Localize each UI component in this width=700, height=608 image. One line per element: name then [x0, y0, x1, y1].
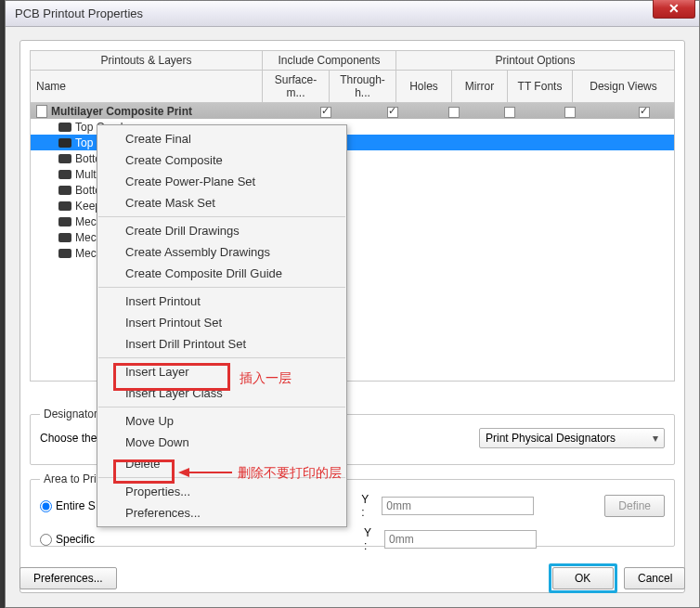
bottom-buttons: Preferences... OK Cancel [19, 563, 685, 593]
y-label: Y : [361, 493, 374, 519]
col-holes[interactable]: Holes [396, 71, 452, 103]
printout-title: Multilayer Composite Print [51, 105, 192, 118]
ok-highlight: OK [549, 563, 617, 593]
cm-insert-printout[interactable]: Insert Printout [97, 291, 346, 312]
cm-insert-drill-printout[interactable]: Insert Drill Printout Set [97, 333, 346, 355]
cm-create-composite-drill[interactable]: Create Composite Drill Guide [97, 263, 346, 284]
cm-properties[interactable]: Properties... [97, 481, 346, 502]
y2-input[interactable] [384, 530, 537, 549]
cm-create-power-plane[interactable]: Create Power-Plane Set [97, 171, 346, 192]
choose-label: Choose the [40, 432, 97, 445]
area-legend: Area to Pri [40, 472, 100, 485]
specific-radio[interactable] [40, 534, 52, 546]
layer-icon [58, 249, 71, 258]
cm-create-final[interactable]: Create Final [97, 128, 346, 149]
cancel-button[interactable]: Cancel [624, 567, 685, 589]
ok-button[interactable]: OK [552, 567, 614, 589]
cm-create-mask[interactable]: Create Mask Set [97, 192, 346, 213]
cb-through[interactable] [387, 107, 398, 118]
layer-icon [58, 170, 71, 179]
cm-separator [98, 287, 345, 288]
entire-radio[interactable] [40, 500, 52, 512]
cb-ttfonts[interactable] [564, 107, 576, 118]
layer-icon [58, 186, 71, 195]
cm-insert-layer[interactable]: Insert Layer [97, 361, 346, 382]
hdr-options: Printout Options [396, 51, 675, 71]
col-through[interactable]: Through-h... [330, 71, 396, 103]
close-icon: ✕ [668, 1, 680, 16]
cm-separator [98, 216, 345, 217]
close-button[interactable]: ✕ [653, 0, 695, 19]
hdr-include: Include Components [263, 51, 396, 71]
cb-mirror[interactable] [504, 107, 515, 118]
cm-separator [98, 357, 345, 358]
cm-delete[interactable]: Delete [97, 453, 346, 474]
cm-move-up[interactable]: Move Up [97, 410, 346, 432]
cm-separator [98, 407, 345, 407]
col-surface[interactable]: Surface-m... [263, 71, 330, 103]
cb-holes[interactable] [448, 107, 460, 118]
cm-separator [98, 477, 345, 478]
col-name[interactable]: Name [31, 71, 263, 103]
doc-icon [36, 105, 47, 118]
layer-icon [58, 201, 71, 211]
cm-move-down[interactable]: Move Down [97, 432, 346, 453]
preferences-button[interactable]: Preferences... [19, 567, 117, 589]
specific-radio-label[interactable]: Specific [40, 533, 95, 546]
col-ttfonts[interactable]: TT Fonts [508, 71, 573, 103]
cb-surface[interactable] [320, 107, 331, 118]
layer-icon [58, 233, 71, 242]
cb-design[interactable] [639, 107, 650, 118]
layer-icon [58, 217, 71, 226]
header-grid: Printouts & Layers Include Components Pr… [30, 50, 675, 103]
designator-legend: Designator [40, 407, 101, 420]
cm-preferences[interactable]: Preferences... [97, 502, 346, 524]
layer-icon [58, 123, 71, 132]
layer-icon [58, 138, 71, 148]
cm-create-assembly[interactable]: Create Assembly Drawings [97, 241, 346, 263]
y-label-2: Y : [364, 526, 377, 552]
designator-combo[interactable]: Print Physical Designators [479, 428, 665, 448]
cm-create-drill-drawings[interactable]: Create Drill Drawings [97, 220, 346, 241]
window-title: PCB Printout Properties [15, 6, 143, 20]
define-button[interactable]: Define [604, 495, 665, 517]
col-mirror[interactable]: Mirror [452, 71, 508, 103]
col-design[interactable]: Design Views [573, 71, 675, 103]
y1-input[interactable] [382, 497, 534, 515]
cm-create-composite[interactable]: Create Composite [97, 149, 346, 171]
cm-insert-printout-set[interactable]: Insert Printout Set [97, 312, 346, 333]
context-menu: Create Final Create Composite Create Pow… [97, 124, 347, 527]
layer-icon [58, 154, 71, 163]
titlebar: PCB Printout Properties ✕ [6, 1, 699, 27]
combo-value: Print Physical Designators [486, 432, 616, 445]
dialog-window: PCB Printout Properties ✕ Printouts & La… [5, 0, 700, 608]
cm-insert-layer-class[interactable]: Insert Layer Class [97, 382, 346, 404]
entire-radio-label[interactable]: Entire S [40, 499, 96, 512]
hdr-printouts: Printouts & Layers [31, 51, 263, 71]
